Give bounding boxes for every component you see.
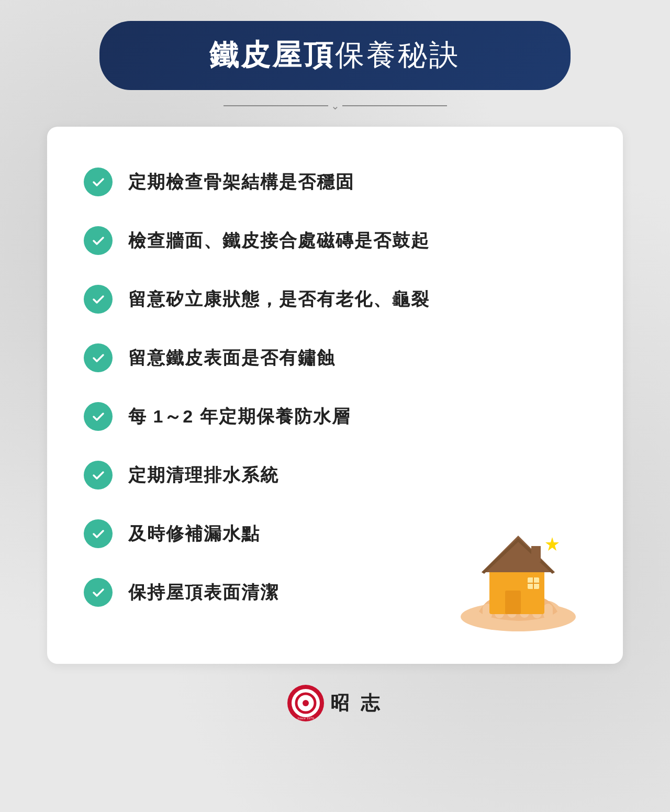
svg-rect-6 — [543, 604, 553, 619]
check-icon — [84, 226, 113, 255]
item-text-8: 保持屋頂表面清潔 — [128, 580, 279, 605]
item-text-7: 及時修補漏水點 — [128, 521, 260, 547]
item-text-1: 定期檢查骨架結構是否穩固 — [128, 170, 354, 195]
item-text-4: 留意鐵皮表面是否有鏽蝕 — [128, 346, 336, 371]
check-icon — [84, 519, 113, 548]
page-title: 鐵皮屋頂保養秘訣 — [141, 36, 529, 75]
house-illustration — [450, 507, 586, 632]
title-normal: 保養秘訣 — [335, 38, 461, 71]
check-icon — [84, 285, 113, 314]
divider-chevron-icon: ⌄ — [331, 101, 340, 111]
check-icon — [84, 461, 113, 490]
check-icon — [84, 343, 113, 372]
check-icon — [84, 578, 113, 607]
item-text-5: 每 1～2 年定期保養防水層 — [128, 404, 351, 429]
logo-svg: Since 1979 — [287, 685, 324, 721]
list-item: 每 1～2 年定期保養防水層 — [84, 387, 586, 446]
list-item: 留意鐵皮表面是否有鏽蝕 — [84, 329, 586, 387]
item-text-2: 檢查牆面、鐵皮接合處磁磚是否鼓起 — [128, 228, 430, 253]
svg-rect-10 — [505, 591, 521, 614]
svg-text:Since 1979: Since 1979 — [297, 716, 314, 720]
check-icon — [84, 402, 113, 431]
list-item: 檢查牆面、鐵皮接合處磁磚是否鼓起 — [84, 212, 586, 270]
logo-container: Since 1979 — [287, 685, 324, 721]
header-pill: 鐵皮屋頂保養秘訣 — [99, 21, 571, 90]
svg-point-19 — [303, 700, 309, 706]
svg-rect-15 — [531, 546, 541, 562]
divider: ⌄ — [224, 101, 447, 111]
item-text-3: 留意矽立康狀態，是否有老化、龜裂 — [128, 287, 430, 312]
svg-marker-14 — [545, 537, 559, 551]
content-card: 定期檢查骨架結構是否穩固 檢查牆面、鐵皮接合處磁磚是否鼓起 留意矽立康狀態，是否… — [47, 127, 623, 664]
item-text-6: 定期清理排水系統 — [128, 463, 279, 488]
footer: Since 1979 昭 志 — [287, 685, 383, 721]
list-item: 定期檢查骨架結構是否穩固 — [84, 153, 586, 212]
title-bold: 鐵皮屋頂 — [209, 38, 335, 71]
list-item: 定期清理排水系統 — [84, 446, 586, 505]
brand-name: 昭 志 — [330, 691, 383, 716]
check-icon — [84, 168, 113, 196]
list-item: 留意矽立康狀態，是否有老化、龜裂 — [84, 270, 586, 329]
divider-right — [342, 105, 447, 106]
divider-left — [224, 105, 328, 106]
